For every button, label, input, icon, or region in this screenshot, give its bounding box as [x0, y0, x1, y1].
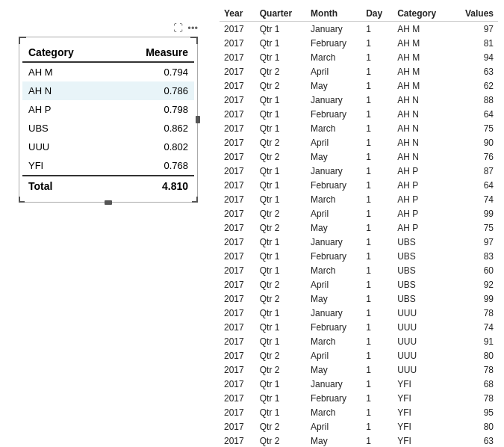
table-cell: 2017: [220, 78, 255, 93]
resize-handle-br[interactable]: [192, 197, 198, 203]
table-row: 2017Qtr 1January1AH M97: [220, 22, 498, 37]
table-cell: Qtr 2: [255, 221, 306, 235]
matrix-total-value: 4.810: [111, 176, 194, 196]
table-cell: UUU: [393, 334, 452, 348]
widget-toolbar: ⛶ •••: [19, 22, 198, 34]
resize-handle-right[interactable]: [196, 116, 200, 123]
table-row: 2017Qtr 1January1YFI68: [220, 377, 498, 391]
table-cell: Qtr 1: [255, 306, 306, 320]
table-cell: Qtr 2: [255, 363, 306, 377]
table-cell: Qtr 1: [255, 36, 306, 50]
resize-handle-bottom[interactable]: [105, 200, 112, 205]
table-cell: AH P: [393, 178, 452, 192]
table-cell: Qtr 2: [255, 135, 306, 149]
table-cell: 1: [361, 22, 393, 37]
table-cell: May: [306, 149, 361, 164]
table-cell: YFI: [393, 391, 452, 405]
table-cell: 1: [361, 164, 393, 178]
table-cell: UBS: [393, 263, 452, 277]
matrix-cell-measure: 0.798: [111, 100, 194, 119]
matrix-cell-measure: 0.802: [111, 138, 194, 156]
table-cell: 2017: [220, 419, 255, 434]
table-cell: 2017: [220, 277, 255, 292]
table-cell: 76: [452, 149, 498, 164]
table-cell: 1: [361, 405, 393, 419]
expand-icon[interactable]: ⛶: [173, 22, 183, 34]
table-cell: 81: [452, 36, 498, 50]
table-cell: 1: [361, 363, 393, 377]
table-cell: 75: [452, 121, 498, 135]
table-cell: Qtr 1: [255, 107, 306, 121]
table-cell: AH M: [393, 50, 452, 64]
table-cell: March: [306, 50, 361, 64]
table-row: 2017Qtr 2April1AH P99: [220, 206, 498, 221]
table-cell: 95: [452, 405, 498, 419]
table-cell: AH M: [393, 64, 452, 78]
table-row: 2017Qtr 2April1UUU80: [220, 348, 498, 363]
table-cell: 2017: [220, 249, 255, 263]
table-cell: Qtr 2: [255, 64, 306, 78]
table-cell: 80: [452, 419, 498, 434]
table-cell: 1: [361, 64, 393, 78]
table-cell: Qtr 1: [255, 405, 306, 419]
table-cell: YFI: [393, 419, 452, 434]
table-cell: 1: [361, 434, 393, 447]
table-cell: 1: [361, 348, 393, 363]
table-cell: Qtr 1: [255, 377, 306, 391]
matrix-row: AH N0.786: [22, 81, 194, 100]
table-row: 2017Qtr 1March1UUU91: [220, 334, 498, 348]
table-cell: April: [306, 135, 361, 149]
table-cell: Qtr 1: [255, 192, 306, 206]
table-cell: 78: [452, 391, 498, 405]
table-cell: Qtr 1: [255, 22, 306, 37]
table-cell: UBS: [393, 277, 452, 292]
table-cell: 2017: [220, 434, 255, 447]
matrix-cell-category: AH N: [22, 81, 111, 100]
table-cell: 1: [361, 135, 393, 149]
table-cell: 2017: [220, 377, 255, 391]
table-cell: UUU: [393, 348, 452, 363]
table-cell: May: [306, 363, 361, 377]
table-cell: 63: [452, 434, 498, 447]
table-cell: May: [306, 434, 361, 447]
table-row: 2017Qtr 2May1AH M62: [220, 78, 498, 93]
resize-handle-bl[interactable]: [19, 197, 25, 203]
table-cell: Qtr 2: [255, 434, 306, 447]
table-cell: 91: [452, 334, 498, 348]
table-cell: 83: [452, 249, 498, 263]
table-cell: 2017: [220, 206, 255, 221]
matrix-row: UBS0.862: [22, 119, 194, 138]
table-cell: Qtr 1: [255, 263, 306, 277]
table-row: 2017Qtr 1January1UBS97: [220, 235, 498, 249]
table-cell: 2017: [220, 334, 255, 348]
table-cell: 2017: [220, 363, 255, 377]
table-cell: 99: [452, 206, 498, 221]
matrix-cell-category: YFI: [22, 156, 111, 176]
table-cell: Qtr 1: [255, 391, 306, 405]
table-cell: 2017: [220, 22, 255, 37]
more-options-icon[interactable]: •••: [187, 22, 198, 34]
table-cell: 1: [361, 107, 393, 121]
table-cell: 2017: [220, 164, 255, 178]
table-cell: 2017: [220, 149, 255, 164]
table-row: 2017Qtr 2May1UUU78: [220, 363, 498, 377]
table-row: 2017Qtr 1January1AH P87: [220, 164, 498, 178]
table-cell: Qtr 2: [255, 206, 306, 221]
table-cell: 2017: [220, 263, 255, 277]
table-cell: 1: [361, 149, 393, 164]
table-cell: April: [306, 64, 361, 78]
table-cell: Qtr 1: [255, 50, 306, 64]
table-cell: Qtr 2: [255, 348, 306, 363]
matrix-cell-measure: 0.786: [111, 81, 194, 100]
table-cell: AH P: [393, 164, 452, 178]
table-cell: February: [306, 249, 361, 263]
table-cell: 88: [452, 93, 498, 107]
data-table: YearQuarterMonthDayCategoryValues 2017Qt…: [220, 6, 498, 447]
table-cell: 1: [361, 334, 393, 348]
matrix-row: YFI0.768: [22, 156, 194, 176]
table-cell: 1: [361, 93, 393, 107]
table-cell: January: [306, 235, 361, 249]
table-cell: 87: [452, 164, 498, 178]
table-cell: March: [306, 405, 361, 419]
table-cell: February: [306, 178, 361, 192]
